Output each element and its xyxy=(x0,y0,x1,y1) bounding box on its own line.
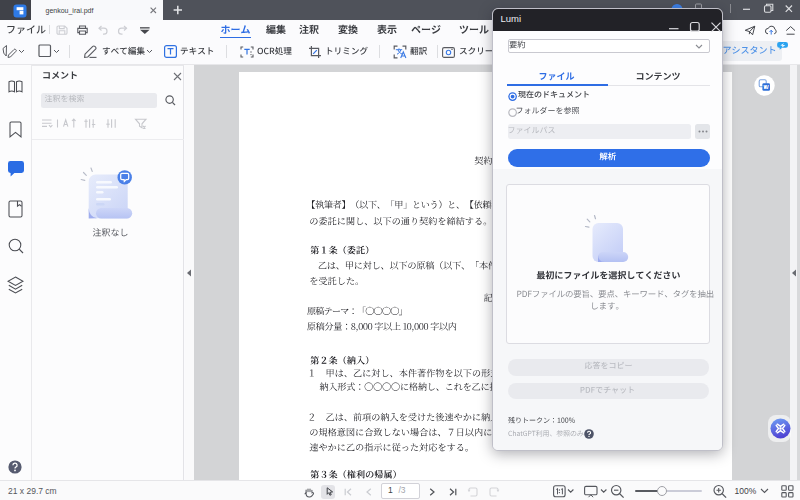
svg-text:W: W xyxy=(764,84,770,90)
